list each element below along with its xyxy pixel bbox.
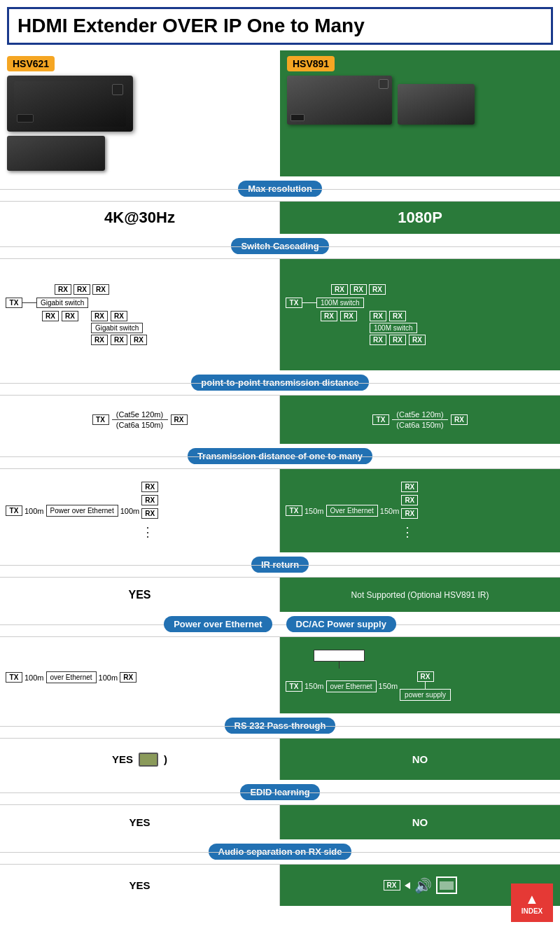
dist-150m-right-2: 150m	[380, 507, 400, 515]
rx-power-left: RX	[120, 672, 136, 683]
rs232-connector-icon	[139, 753, 158, 767]
over-eth-right: over Ethernet	[326, 680, 377, 692]
rs232-right: NO	[280, 739, 560, 780]
title-bar: HDMI Extender OVER IP One to Many	[7, 7, 553, 45]
speaker-icon: 🔊	[414, 877, 432, 894]
power-row: TX 100m over Ethernet 100m RX power supp…	[0, 636, 560, 713]
ir-return-row: YES Not Supported (Optional HSV891 IR)	[0, 577, 560, 612]
product-right-header: HSV891	[280, 50, 560, 176]
poe-label-badge: Power over Ethernet	[164, 616, 272, 632]
dist-100m-power-left: 100m	[24, 673, 44, 682]
hsv891-badge: HSV891	[287, 56, 335, 71]
rs232-left: YES )	[0, 739, 280, 780]
rs232-header-row: RS 232 Pass-through	[0, 713, 560, 738]
ir-right-value: Not Supported (Optional HSV891 IR)	[351, 590, 489, 600]
tx-power-left: TX	[6, 672, 22, 683]
rs232-yes-label: YES	[112, 753, 133, 765]
edid-header-row: EDID learning	[0, 780, 560, 804]
resolution-value-right: 1080P	[398, 209, 442, 227]
over-eth-left: over Ethernet	[46, 671, 97, 683]
hsv621-device-image	[7, 76, 133, 132]
ir-return-header-row: IR return	[0, 552, 560, 577]
resolution-value-left: 4K@30Hz	[104, 209, 175, 227]
tx-box-cascade-right: TX	[286, 298, 302, 308]
tx-box-cascade-left: TX	[6, 298, 22, 308]
power-left: TX 100m over Ethernet 100m RX	[0, 637, 280, 713]
audio-left: YES	[0, 865, 280, 906]
index-arrow-icon: ▲	[525, 891, 539, 907]
switch-cascading-row: RX RX RX TX Gigabit switch RX RX	[0, 258, 560, 370]
resolution-row: 4K@30Hz 1080P	[0, 201, 560, 234]
ir-yes-value: YES	[128, 589, 150, 601]
ir-left: YES	[0, 578, 280, 612]
tx-trans-right: TX	[286, 505, 302, 516]
resolution-left: 4K@30Hz	[0, 202, 280, 234]
tx-ptp-right: TX	[372, 414, 389, 425]
resolution-right: 1080P	[280, 202, 560, 234]
tx-trans-left: TX	[6, 505, 22, 516]
tx-power-right: TX	[286, 681, 302, 692]
point-to-point-row: TX (Cat5e 120m) (Cat6a 150m) RX TX (Cat5…	[0, 395, 560, 444]
hsv621-badge: HSV621	[7, 56, 55, 71]
rx-box-3: RX	[92, 284, 109, 295]
trans-one-many-row: TX 100m Power over Ethernet 100m RX RX R…	[0, 468, 560, 552]
audio-sep-row: YES RX 🔊	[0, 864, 560, 906]
audio-rx-diagram: RX 🔊	[384, 876, 457, 894]
rx-box-2: RX	[74, 284, 90, 295]
gigabit-switch-1: Gigabit switch	[36, 298, 88, 308]
rx-power-right: RX	[417, 671, 434, 682]
arrow-left-icon	[405, 882, 410, 889]
rx-ptp-left: RX	[171, 414, 188, 425]
switch-cascade-right: RX RX RX TX 100M switch RX RX	[280, 259, 560, 370]
edid-left: YES	[0, 805, 280, 839]
index-button[interactable]: ▲ INDEX	[511, 883, 553, 922]
audio-sep-label: Audio separation on RX side	[209, 844, 352, 860]
audio-sep-header-row: Audio separation on RX side	[0, 839, 560, 864]
power-over-eth-box: Power over Ethernet	[46, 505, 118, 517]
switch-cascading-label: Switch Cascading	[231, 238, 328, 254]
point-to-point-header-row: point-to-point transmission distance	[0, 370, 560, 395]
page-title: HDMI Extender OVER IP One to Many	[18, 15, 365, 36]
rx-audio: RX	[384, 880, 400, 890]
max-resolution-label: Max resolution	[238, 181, 322, 197]
switch-cascading-header-row: Switch Cascading	[0, 234, 560, 258]
100m-switch-2: 100M switch	[370, 323, 417, 333]
rx-ptp-right: RX	[451, 414, 468, 425]
rs232-label: RS 232 Pass-through	[225, 718, 336, 734]
cat5e-label-left: (Cat5e 120m)	[116, 410, 163, 419]
poe-header-row: Power over Ethernet DC/AC Power supply	[0, 612, 560, 636]
dist-100m-power-left-2: 100m	[99, 673, 118, 682]
power-supply-top: power supply	[314, 650, 365, 662]
gigabit-switch-2: Gigabit switch	[91, 323, 143, 333]
rx-box-1: RX	[55, 284, 71, 295]
tx-ptp-left: TX	[92, 414, 109, 425]
power-right: power supply TX 150m over Ethernet 150m …	[280, 637, 560, 713]
power-supply-bottom: power supply	[400, 689, 451, 701]
cat6a-label-right: (Cat6a 150m)	[396, 421, 443, 429]
point-to-point-label: point-to-point transmission distance	[191, 375, 368, 391]
trans-one-many-header-row: Transmission distance of one to many	[0, 444, 560, 468]
over-eth-box-right: Over Ethernet	[326, 505, 378, 517]
edid-right: NO	[280, 805, 560, 839]
audio-yes-label: YES	[129, 879, 150, 891]
product-left-header: HSV621	[0, 50, 280, 176]
edid-label: EDID learning	[240, 784, 319, 800]
dist-100m-left-2: 100m	[120, 507, 140, 515]
ir-return-label: IR return	[251, 557, 309, 573]
rs232-row: YES ) NO	[0, 738, 560, 780]
dist-150m-power-right-2: 150m	[379, 682, 398, 690]
cat5e-label-right: (Cat5e 120m)	[396, 410, 443, 419]
hsv891-device-big	[287, 76, 392, 125]
monitor-icon	[436, 876, 457, 894]
100m-switch-1: 100M switch	[316, 298, 364, 308]
dist-150m-right-1: 150m	[304, 507, 324, 515]
dist-100m-left-1: 100m	[24, 507, 44, 515]
dc-ac-label-badge: DC/AC Power supply	[286, 616, 396, 632]
hsv891-device-small	[398, 84, 475, 125]
trans-one-many-label: Transmission distance of one to many	[188, 448, 372, 464]
hsv621-device-image-2	[7, 136, 105, 171]
trans-right: TX 150m Over Ethernet 150m RX RX RX ⋮	[280, 469, 560, 552]
ptp-left: TX (Cat5e 120m) (Cat6a 150m) RX	[0, 396, 280, 444]
switch-cascade-left: RX RX RX TX Gigabit switch RX RX	[0, 259, 280, 370]
index-label: INDEX	[522, 907, 543, 915]
